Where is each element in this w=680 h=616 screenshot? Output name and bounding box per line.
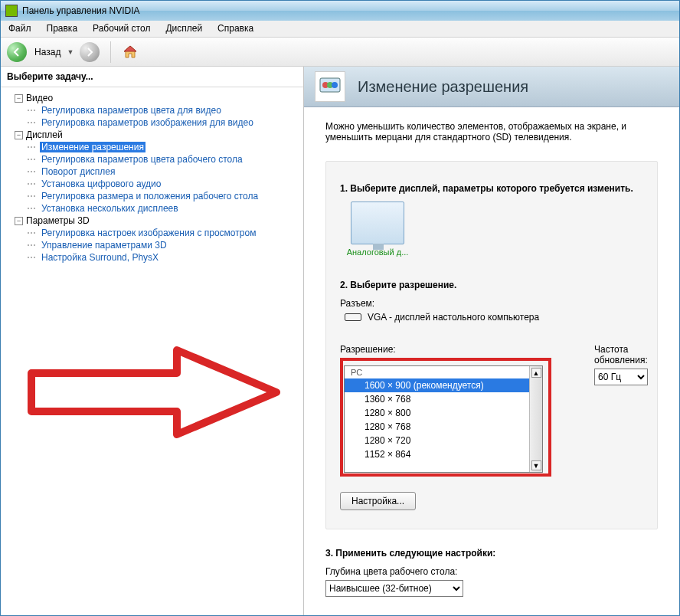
page-description: Можно уменьшить количество элементов, от…: [325, 121, 658, 143]
back-label: Назад: [34, 47, 60, 57]
tree-node-3d[interactable]: − Параметры 3D: [15, 215, 300, 227]
tree-link-change-resolution[interactable]: Изменение разрешения: [40, 142, 145, 152]
task-header: Выберите задачу...: [1, 67, 303, 87]
tree-node-video[interactable]: − Видео: [15, 92, 300, 104]
title-bar: Панель управления NVIDIA: [1, 1, 679, 21]
nav-toolbar: Назад ▼: [1, 38, 679, 67]
monitor-icon: [351, 202, 404, 244]
tree-link-digital-audio[interactable]: Установка цифрового аудио: [40, 179, 162, 189]
annotation-arrow-icon: [24, 342, 284, 442]
toolbar-divider: [110, 41, 111, 63]
resolution-option[interactable]: 1280 × 768: [345, 420, 529, 434]
refresh-select[interactable]: 60 Гц: [594, 369, 648, 385]
menu-file[interactable]: Файл: [1, 21, 39, 37]
scrollbar[interactable]: ▲ ▼: [529, 366, 542, 472]
resolution-option[interactable]: 1600 × 900 (рекомендуется): [345, 378, 529, 392]
back-dropdown-icon[interactable]: ▼: [67, 48, 74, 56]
resolution-option[interactable]: 1152 × 864: [345, 447, 529, 461]
resolution-option[interactable]: 1360 × 768: [345, 392, 529, 406]
scroll-up-icon[interactable]: ▲: [531, 368, 541, 378]
connector-value: VGA - дисплей настольного компьютера: [368, 312, 539, 323]
forward-button[interactable]: [80, 42, 100, 62]
step3-title: 3. Применить следующие настройки:: [325, 548, 658, 559]
page-header-icon: [315, 71, 345, 102]
display-tile[interactable]: Аналоговый д...: [340, 202, 415, 257]
vga-icon: [345, 313, 361, 321]
tree-link-multi-display[interactable]: Установка нескольких дисплеев: [40, 203, 180, 214]
tree-link-3d-manage[interactable]: Управление параметрами 3D: [40, 240, 168, 251]
collapse-icon[interactable]: −: [15, 217, 23, 225]
window-title: Панель управления NVIDIA: [22, 5, 140, 16]
annotation-highlight-box: PC 1600 × 900 (рекомендуется) 1360 × 768…: [340, 358, 551, 477]
step1-title: 1. Выберите дисплей, параметры которого …: [340, 183, 643, 194]
svg-point-6: [332, 82, 338, 88]
tree-link-video-color[interactable]: Регулировка параметров цвета для видео: [40, 105, 223, 116]
back-button[interactable]: [7, 42, 27, 62]
menu-edit[interactable]: Правка: [39, 21, 86, 37]
tree-link-3d-surround[interactable]: Настройка Surround, PhysX: [40, 252, 160, 263]
refresh-label: Частота обновления:: [594, 344, 648, 365]
collapse-icon[interactable]: −: [15, 131, 23, 139]
svg-marker-2: [31, 350, 276, 434]
menu-display[interactable]: Дисплей: [158, 21, 210, 37]
color-depth-label: Глубина цвета рабочего стола:: [325, 566, 658, 577]
connector-label: Разъем:: [340, 298, 643, 309]
resolution-label: Разрешение:: [340, 344, 551, 355]
page-header: Изменение разрешения: [304, 67, 679, 107]
tree-node-display[interactable]: − Дисплей: [15, 129, 300, 141]
menu-bar: Файл Правка Рабочий стол Дисплей Справка: [1, 21, 679, 38]
collapse-icon[interactable]: −: [15, 94, 23, 103]
resolution-option[interactable]: 1280 × 720: [345, 434, 529, 447]
tree-link-rotate[interactable]: Поворот дисплея: [40, 166, 117, 177]
resolution-option[interactable]: 1280 × 800: [345, 406, 529, 420]
scroll-down-icon[interactable]: ▼: [531, 460, 541, 470]
tree-link-desktop-color[interactable]: Регулировка параметров цвета рабочего ст…: [40, 154, 244, 165]
tree-link-video-image[interactable]: Регулировка параметров изображения для в…: [40, 117, 255, 128]
menu-desktop[interactable]: Рабочий стол: [85, 21, 158, 37]
page-title: Изменение разрешения: [358, 78, 528, 96]
home-icon[interactable]: [122, 44, 139, 61]
resolution-listbox[interactable]: PC 1600 × 900 (рекомендуется) 1360 × 768…: [344, 365, 543, 473]
customize-button[interactable]: Настройка...: [340, 492, 416, 510]
tree-link-size-position[interactable]: Регулировка размера и положения рабочего…: [40, 191, 260, 202]
resolution-group-label: PC: [345, 366, 529, 378]
tree-link-3d-preview[interactable]: Регулировка настроек изображения с просм…: [40, 228, 257, 238]
app-icon: [5, 5, 18, 17]
color-depth-select[interactable]: Наивысшее (32-битное): [325, 580, 463, 597]
step2-title: 2. Выберите разрешение.: [340, 280, 643, 290]
menu-help[interactable]: Справка: [210, 21, 261, 37]
svg-marker-1: [124, 46, 136, 51]
